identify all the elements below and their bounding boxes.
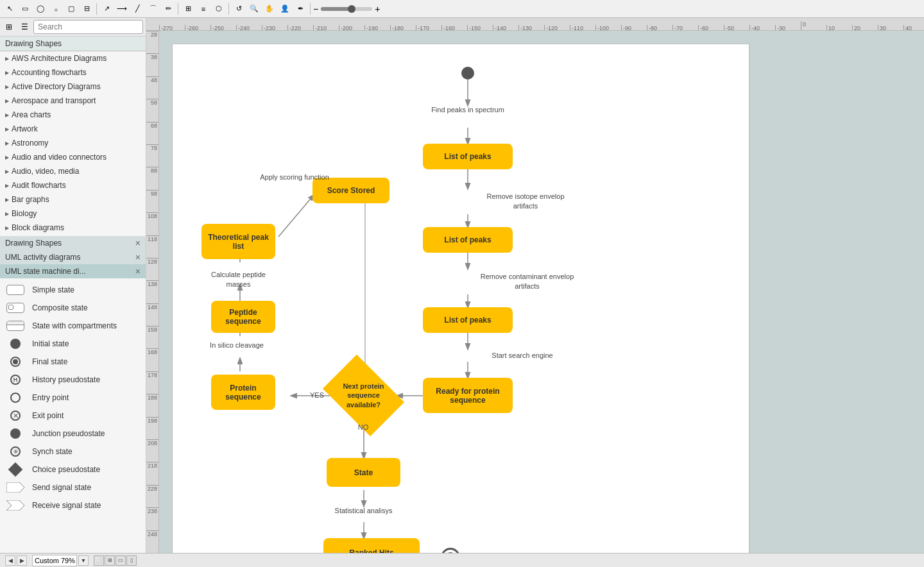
nav-right-btn[interactable]: ▶	[17, 555, 27, 566]
send-signal-item[interactable]: Send signal state	[0, 478, 146, 496]
compartments-state-item[interactable]: State with compartments	[0, 317, 146, 335]
statistical-label: Statistical analisys	[317, 506, 410, 516]
zoom-slider[interactable]	[321, 7, 372, 11]
pen-tool[interactable]: ✒	[293, 2, 307, 16]
close-drawing-shapes[interactable]: ×	[135, 238, 141, 248]
astronomy-label: Astronomy	[12, 139, 48, 148]
user-tool[interactable]: 👤	[278, 2, 292, 16]
ruler-neg40: -40	[749, 25, 775, 30]
table-tool[interactable]: ⊞	[181, 2, 195, 16]
biology-section[interactable]: ▶ Biology	[0, 207, 146, 221]
close-uml-activity[interactable]: ×	[135, 252, 141, 262]
canvas[interactable]: Find peaks in spectrum List of peaks Rem…	[159, 31, 924, 553]
remove-isotope-label: Remove isotope envelop artifacts	[477, 192, 574, 212]
rounded-rect-tool[interactable]: ▢	[64, 2, 78, 16]
pencil-tool[interactable]: ✏	[161, 2, 175, 16]
choice-state-label: Choice pseudostate	[32, 465, 100, 474]
grid-page-btn[interactable]: ⊞	[105, 555, 115, 566]
area-charts-section[interactable]: ▶ Area charts	[0, 108, 146, 122]
final-state-label: Final state	[32, 357, 67, 366]
compartments-state-icon	[5, 319, 26, 332]
uml-state-open[interactable]: UML state machine di... ×	[0, 264, 146, 278]
arrow-tool[interactable]: ↗	[99, 2, 114, 16]
ready-protein-node[interactable]: Ready for protein sequence	[423, 378, 513, 413]
ruler-40: 40	[903, 25, 924, 30]
find-peaks-label: Find peaks in spectrum	[416, 105, 519, 115]
hand-tool[interactable]: ✋	[262, 2, 277, 16]
close-uml-state[interactable]: ×	[135, 266, 141, 276]
nav-left-btn[interactable]: ◀	[5, 555, 15, 566]
choice-state-item[interactable]: Choice pseudostate	[0, 461, 146, 478]
list-peaks-3-node[interactable]: List of peaks	[423, 307, 513, 333]
zoom-dropdown-btn[interactable]: ▼	[78, 555, 89, 566]
block-diagrams-section[interactable]: ▶ Block diagrams	[0, 221, 146, 235]
search-input[interactable]	[33, 20, 143, 34]
receive-signal-item[interactable]: Receive signal state	[0, 496, 146, 514]
connect-tool[interactable]: ⟶	[115, 2, 129, 16]
zoom-in-icon[interactable]: +	[375, 4, 380, 14]
final-state-item[interactable]: Final state	[0, 353, 146, 371]
aerospace-section[interactable]: ▶ Aerospace and transport	[0, 94, 146, 108]
list-view-icon[interactable]: ☰	[18, 21, 31, 33]
curve-tool[interactable]: ⌒	[146, 2, 160, 16]
list-peaks-2-node[interactable]: List of peaks	[423, 227, 513, 253]
main-area: ⊞ ☰ Drawing Shapes ▶ AWS Architecture Di…	[0, 18, 924, 553]
shape-lib-tool[interactable]: ⬡	[212, 2, 226, 16]
single-page-btn[interactable]: ⬜	[94, 555, 104, 566]
theoretical-peak-node[interactable]: Theoretical peak list	[201, 224, 275, 259]
junction-state-item[interactable]: Junction pseudostate	[0, 425, 146, 443]
ellipse-tool[interactable]: ◯	[33, 2, 47, 16]
report-stored-circle	[441, 548, 460, 553]
artwork-section[interactable]: ▶ Artwork	[0, 122, 146, 136]
diamond-tool[interactable]: ⬦	[49, 2, 63, 16]
tall-page-btn[interactable]: ▯	[126, 555, 137, 566]
grid-view-icon[interactable]: ⊞	[3, 21, 15, 33]
refresh-tool[interactable]: ↺	[232, 2, 246, 16]
ruler-top: -270 -260 -250 -240 -230 -220 -210 -200 …	[146, 18, 924, 31]
state-node[interactable]: State	[327, 458, 400, 487]
zoom-in-tool[interactable]: 🔍	[247, 2, 261, 16]
select-tool[interactable]: ↖	[3, 2, 17, 16]
zoom-out-icon[interactable]: −	[313, 4, 318, 14]
cylinder-tool[interactable]: ⊟	[80, 2, 94, 16]
ruler-v-28: 28	[146, 31, 158, 53]
history-state-item[interactable]: H History pseudostate	[0, 371, 146, 389]
active-dir-section[interactable]: ▶ Active Directory Diagrams	[0, 80, 146, 94]
report-stored-label: Report Stored	[465, 551, 542, 553]
exit-point-item[interactable]: ✕ Exit point	[0, 407, 146, 425]
audit-section[interactable]: ▶ Audit flowcharts	[0, 178, 146, 192]
sep1	[96, 3, 97, 15]
entry-point-item[interactable]: Entry point	[0, 389, 146, 407]
canvas-scroll[interactable]: 28 38 48 58 68 78 88 98 108 118 128 138 …	[146, 31, 924, 553]
uml-activity-open[interactable]: UML activity diagrams ×	[0, 250, 146, 264]
bar-graphs-section[interactable]: ▶ Bar graphs	[0, 192, 146, 207]
rect-tool[interactable]: ▭	[18, 2, 32, 16]
diagram-page[interactable]: Find peaks in spectrum List of peaks Rem…	[172, 44, 749, 553]
accounting-section[interactable]: ▶ Accounting flowcharts	[0, 65, 146, 80]
next-protein-diamond[interactable]: Next protein sequence available?	[330, 371, 397, 419]
line-tool[interactable]: ╱	[130, 2, 144, 16]
zoom-input[interactable]	[32, 555, 77, 566]
open-panels-section: Drawing Shapes × UML activity diagrams ×…	[0, 236, 146, 517]
astronomy-section[interactable]: ▶ Astronomy	[0, 136, 146, 150]
initial-state-item[interactable]: Initial state	[0, 335, 146, 353]
ranked-hits-node[interactable]: Ranked Hits	[323, 538, 420, 553]
ruler-v-188: 188	[146, 394, 158, 416]
audio-video-section[interactable]: ▶ Audio and video connectors	[0, 150, 146, 164]
list-peaks-1-node[interactable]: List of peaks	[423, 144, 513, 169]
audio-video-media-section[interactable]: ▶ Audio, video, media	[0, 164, 146, 178]
final-state-icon	[5, 355, 26, 368]
drawing-shapes-open[interactable]: Drawing Shapes ×	[0, 236, 146, 250]
drawing-shapes-header[interactable]: Drawing Shapes	[0, 37, 146, 51]
zoom-thumb[interactable]	[348, 5, 355, 13]
list-tool[interactable]: ≡	[196, 2, 210, 16]
arrow-icon: ▶	[5, 155, 9, 160]
aws-section[interactable]: ▶ AWS Architecture Diagrams	[0, 51, 146, 65]
composite-state-item[interactable]: Composite state	[0, 299, 146, 317]
in-silico-label: In silico cleavage	[205, 341, 269, 350]
synch-state-item[interactable]: ✳ Synch state	[0, 443, 146, 461]
wide-page-btn[interactable]: ▭	[116, 555, 126, 566]
protein-seq-node[interactable]: Protein sequence	[211, 375, 275, 410]
peptide-seq-node[interactable]: Peptide sequence	[211, 301, 275, 333]
simple-state-item[interactable]: Simple state	[0, 281, 146, 299]
